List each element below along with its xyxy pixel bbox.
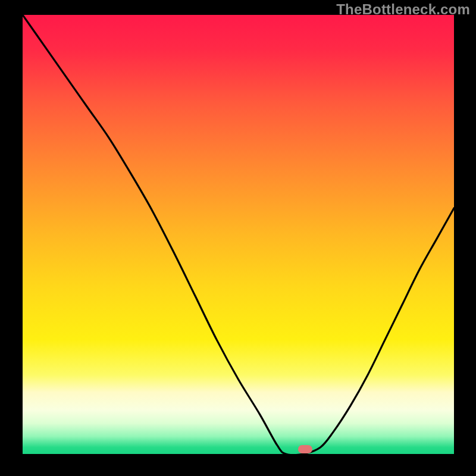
chart-frame: TheBottleneck.com bbox=[0, 0, 476, 476]
optimal-marker bbox=[298, 445, 312, 453]
bottleneck-chart bbox=[0, 0, 476, 476]
gradient-background bbox=[23, 15, 454, 454]
watermark-text: TheBottleneck.com bbox=[336, 1, 470, 18]
